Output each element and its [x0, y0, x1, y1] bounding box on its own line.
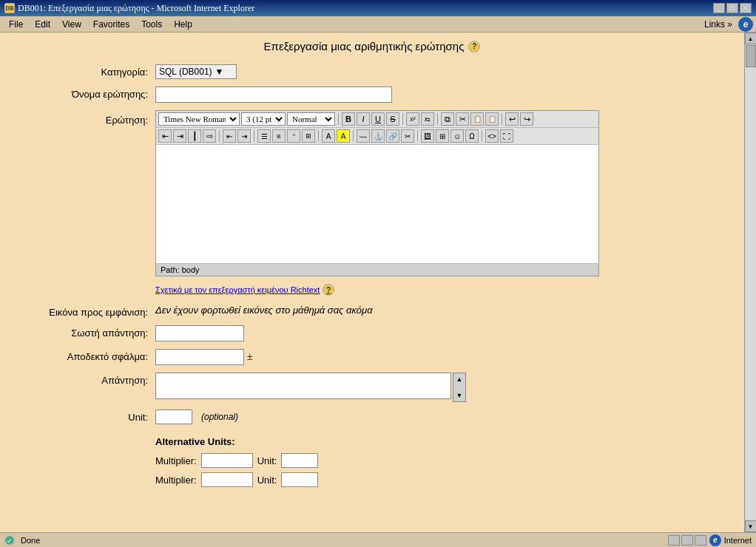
align-left-button[interactable]: ⇤: [158, 129, 172, 143]
sep7: [318, 130, 319, 142]
window-title: DB001: Επεξεργασία μιας ερώτησης - Micro…: [18, 3, 254, 14]
unit2-input[interactable]: [281, 472, 318, 487]
menu-tools[interactable]: Tools: [135, 18, 168, 31]
error-label: Αποδεκτό σφάλμα:: [15, 349, 155, 362]
scroll-up-arrow[interactable]: ▲: [453, 373, 465, 385]
optional-label: (optional): [201, 412, 238, 422]
svg-text:✓: ✓: [7, 537, 13, 545]
statusbar: ✓ Done e Internet: [0, 532, 756, 547]
menu-help[interactable]: Help: [168, 18, 198, 31]
help-icon[interactable]: ?: [468, 41, 480, 52]
minimize-button[interactable]: _: [713, 3, 725, 13]
menu-file[interactable]: File: [3, 18, 29, 31]
align-right-button[interactable]: ┃: [188, 129, 201, 143]
correct-answer-label: Σωστή απάντηση:: [15, 325, 155, 339]
multiplier-row-1: Multiplier: Unit:: [155, 453, 729, 468]
redo-button[interactable]: ↪: [520, 112, 533, 126]
hr-button[interactable]: —: [357, 129, 370, 143]
zone-text: Internet: [724, 536, 752, 545]
error-control: ±: [155, 349, 729, 365]
main-scrollbar[interactable]: ▲ ▼: [744, 33, 756, 532]
category-label: Κατηγορία:: [15, 64, 155, 78]
close-button[interactable]: ×: [740, 3, 752, 13]
image-button[interactable]: 🖼: [421, 129, 434, 143]
copy-button[interactable]: ⧉: [441, 112, 454, 126]
maximize-button[interactable]: □: [726, 3, 738, 13]
correct-answer-input[interactable]: [155, 325, 244, 342]
paste-button[interactable]: 📋: [470, 112, 484, 126]
superscript-button[interactable]: x²: [406, 112, 419, 126]
image-label: Εικόνα προς εμφάνιση:: [15, 305, 155, 318]
richtext-help-icon[interactable]: ?: [323, 284, 334, 296]
correct-answer-control: [155, 325, 729, 342]
special-char-button[interactable]: Ω: [465, 129, 479, 143]
source-button[interactable]: <>: [485, 129, 499, 143]
paste2-button[interactable]: 📋: [485, 112, 499, 126]
anchor-button[interactable]: ⚓: [371, 129, 385, 143]
scroll-track: [745, 44, 757, 520]
bold-button[interactable]: B: [342, 112, 355, 126]
align-justify-button[interactable]: ⇨: [203, 129, 216, 143]
undo-button[interactable]: ↩: [505, 112, 519, 126]
underline-button[interactable]: U: [371, 112, 385, 126]
highlight-button[interactable]: A: [337, 129, 350, 143]
font-size-select[interactable]: 3 (12 pt): [241, 112, 286, 126]
sep4: [502, 113, 502, 125]
name-input[interactable]: [155, 86, 392, 103]
font-family-select[interactable]: Times New Roman: [158, 112, 240, 126]
richtext-link-row: Σχετικά με τον επεξεργαστή κειμένου Rich…: [15, 284, 729, 296]
multiplier2-input[interactable]: [201, 472, 253, 487]
scroll-bottom-button[interactable]: ▼: [745, 520, 757, 532]
name-row: Όνομα ερώτησης:: [15, 86, 729, 103]
text-color-button[interactable]: A: [322, 129, 335, 143]
menu-view[interactable]: View: [56, 18, 87, 31]
error-input-wrap: ±: [155, 349, 729, 365]
emoticon-button[interactable]: ☺: [450, 129, 464, 143]
richtext-link-spacer: [15, 284, 155, 286]
name-label: Όνομα ερώτησης:: [15, 86, 155, 100]
multiplier2-label: Multiplier:: [155, 475, 197, 486]
unit-input[interactable]: [155, 410, 192, 424]
unlink-button[interactable]: ✂: [401, 129, 414, 143]
outdent-button[interactable]: ⇥: [237, 129, 251, 143]
unordered-list-button[interactable]: ☰: [257, 129, 271, 143]
fullscreen-button[interactable]: ⛶: [500, 129, 513, 143]
unit-row: Unit: (optional): [15, 410, 729, 424]
link-button[interactable]: 🔗: [386, 129, 399, 143]
category-dropdown-arrow[interactable]: ▼: [215, 67, 224, 77]
error-input[interactable]: [155, 349, 244, 365]
response-textarea[interactable]: [155, 373, 451, 399]
links-label[interactable]: Links »: [704, 19, 732, 30]
multiplier1-input[interactable]: [201, 453, 253, 468]
align-center-button[interactable]: ⇥: [173, 129, 186, 143]
subscript-button[interactable]: x₂: [421, 112, 434, 126]
ordered-list-button[interactable]: ≡: [272, 129, 286, 143]
richtext-content-area[interactable]: [156, 145, 598, 263]
toolbar-row2: ⇤ ⇥ ┃ ⇨ ⇤ ⇥ ☰ ≡ ⁼ ⊞ A A: [156, 128, 598, 145]
scroll-thumb[interactable]: [746, 45, 756, 67]
scroll-top-button[interactable]: ▲: [745, 33, 757, 44]
indent-button[interactable]: ⇤: [223, 129, 236, 143]
response-scrollbar[interactable]: ▲ ▼: [453, 373, 466, 402]
alt-units-control: Alternative Units: Multiplier: Unit: Mul…: [155, 432, 729, 492]
category-select[interactable]: SQL (DB001) ▼: [155, 64, 237, 79]
menu-edit[interactable]: Edit: [29, 18, 56, 31]
font-style-select[interactable]: Normal: [287, 112, 335, 126]
window-controls[interactable]: _ □ ×: [713, 3, 752, 13]
list-out-button[interactable]: ⊞: [302, 129, 315, 143]
table-button[interactable]: ⊞: [436, 129, 449, 143]
italic-button[interactable]: I: [357, 112, 370, 126]
response-label: Απάντηση:: [15, 373, 155, 386]
unit1-input[interactable]: [281, 453, 318, 468]
alt-units-label: Alternative Units:: [155, 436, 729, 447]
scroll-down-arrow[interactable]: ▼: [453, 390, 465, 401]
menu-favorites[interactable]: Favorites: [87, 18, 135, 31]
list-item-button[interactable]: ⁼: [287, 129, 300, 143]
cut-button[interactable]: ✂: [456, 112, 469, 126]
statusbar-right: e Internet: [668, 534, 752, 546]
alt-units-row: Alternative Units: Multiplier: Unit: Mul…: [15, 432, 729, 492]
menubar: File Edit View Favorites Tools Help Link…: [0, 16, 756, 33]
richtext-help-link[interactable]: Σχετικά με τον επεξεργαστή κειμένου Rich…: [155, 284, 729, 296]
content-area: Επεξεργασία μιας αριθμητικής ερώτησης ? …: [0, 33, 744, 532]
strikethrough-button[interactable]: S: [386, 112, 399, 126]
